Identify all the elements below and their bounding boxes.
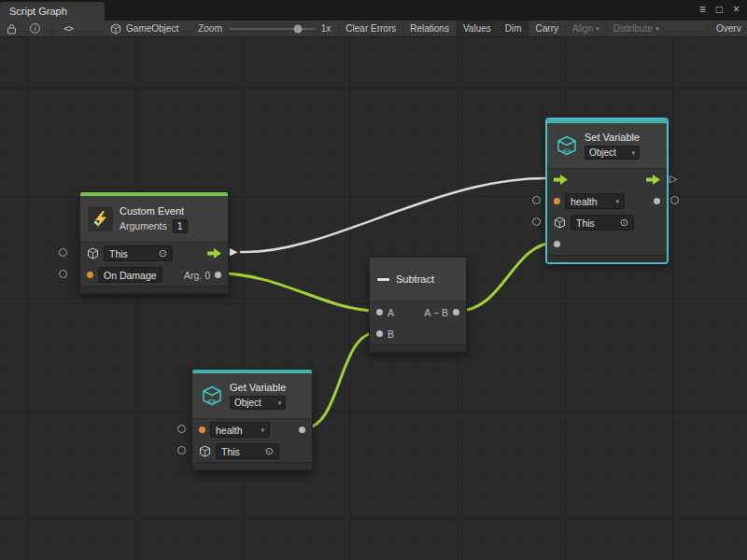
arg0-output-port[interactable] — [215, 272, 221, 278]
wire-arrow-icon: ▶ — [230, 246, 237, 257]
input-a-port[interactable] — [376, 309, 383, 315]
output-label: A − B — [425, 307, 448, 318]
unconnected-port-indicator[interactable] — [59, 270, 67, 278]
variable-name-dropdown[interactable]: health ▾ — [210, 422, 270, 438]
object-picker-icon[interactable]: ⊙ — [159, 248, 167, 259]
variable-name-port[interactable] — [554, 198, 560, 204]
close-icon[interactable]: × — [733, 4, 740, 15]
flow-output-port[interactable] — [646, 175, 660, 185]
port-row: health ▾ — [547, 190, 667, 212]
event-name-field[interactable]: On Damage — [98, 267, 162, 283]
node-body: This ⊙ On Damage Arg. 0 — [80, 242, 228, 286]
port-row: A A − B — [370, 301, 466, 323]
chevron-down-icon: ▾ — [261, 427, 264, 434]
unconnected-port-indicator[interactable] — [177, 446, 186, 455]
value-output-port[interactable] — [654, 198, 660, 204]
node-header: <> Set Variable Object ▾ — [547, 123, 667, 168]
gameobject-type-icon — [554, 217, 566, 229]
variable-name-dropdown[interactable]: health ▾ — [565, 193, 625, 209]
object-picker-icon[interactable]: ⊙ — [265, 446, 274, 456]
gameobject-label: GameObject — [126, 23, 178, 34]
flow-continuation-icon[interactable]: ▷ — [669, 174, 677, 184]
target-dropdown[interactable]: This ⊙ — [104, 245, 173, 261]
wire-subtract-to-value[interactable] — [458, 243, 555, 311]
wire-arg0-to-a[interactable] — [219, 273, 376, 311]
distribute-menu[interactable]: Distribute ▾ — [606, 21, 666, 36]
code-icon[interactable]: <> — [57, 21, 79, 36]
zoom-label: Zoom — [185, 21, 230, 36]
clear-errors-button[interactable]: Clear Errors — [338, 21, 402, 36]
target-dropdown[interactable]: This ⊙ — [571, 215, 634, 231]
output-port[interactable] — [453, 309, 459, 315]
node-footer — [370, 344, 466, 352]
arguments-input[interactable]: 1 — [173, 219, 188, 233]
port-row — [547, 169, 667, 190]
port-row: On Damage Arg. 0 — [80, 264, 228, 286]
port-row: This ⊙ — [80, 243, 228, 264]
unity-editor-window: Script Graph ≡ □ × i <> GameObject Zoom — [0, 0, 747, 560]
node-title: Subtract — [396, 273, 434, 285]
unconnected-port-indicator[interactable] — [670, 196, 679, 204]
unconnected-port-indicator[interactable] — [532, 217, 541, 226]
wire-control-flow[interactable] — [241, 178, 544, 252]
values-toggle[interactable]: Values — [456, 21, 498, 36]
window-menu-icon[interactable]: ≡ — [699, 4, 706, 15]
zoom-value: 1x — [316, 21, 339, 36]
flow-output-port[interactable] — [207, 248, 221, 259]
node-set-variable[interactable]: <> Set Variable Object ▾ — [546, 119, 668, 263]
zoom-slider-track — [230, 28, 316, 30]
carry-toggle[interactable]: Carry — [529, 21, 565, 36]
variable-cube-icon: <> — [555, 134, 578, 158]
chevron-down-icon: ▾ — [596, 25, 599, 33]
node-body: health ▾ This ⊙ — [547, 168, 667, 255]
dim-toggle[interactable]: Dim — [498, 21, 529, 36]
input-b-port[interactable] — [376, 330, 383, 337]
arg0-label: Arg. 0 — [184, 270, 210, 281]
port-row: health ▾ — [192, 419, 312, 441]
port-row: This ⊙ — [192, 441, 312, 462]
unconnected-port-indicator[interactable] — [59, 248, 67, 257]
new-value-input-port[interactable] — [554, 241, 560, 247]
variable-scope-dropdown[interactable]: Object ▾ — [585, 146, 640, 160]
variable-scope-dropdown[interactable]: Object ▾ — [230, 396, 286, 410]
maximize-icon[interactable]: □ — [716, 4, 723, 15]
tab-script-graph[interactable]: Script Graph — [0, 2, 105, 21]
node-header: Custom Event Arguments 1 — [80, 196, 228, 242]
node-header: <> Get Variable Object ▾ — [192, 373, 312, 418]
window-titlebar: Script Graph ≡ □ × — [0, 0, 747, 21]
zoom-slider-handle[interactable] — [294, 24, 303, 33]
variable-cube-icon: <> — [200, 385, 223, 408]
node-get-variable[interactable]: <> Get Variable Object ▾ health ▾ — [191, 369, 313, 470]
unconnected-port-indicator[interactable] — [532, 196, 541, 204]
unconnected-port-indicator[interactable] — [177, 425, 186, 433]
gameobject-breadcrumb[interactable]: GameObject — [104, 21, 185, 36]
target-dropdown[interactable]: This ⊙ — [216, 443, 279, 459]
chevron-down-icon: ▾ — [655, 25, 659, 33]
value-output-port[interactable] — [299, 427, 305, 433]
relations-toggle[interactable]: Relations — [402, 21, 456, 36]
gameobject-type-icon — [87, 247, 99, 259]
event-port[interactable] — [87, 272, 93, 278]
node-custom-event[interactable]: Custom Event Arguments 1 This ⊙ — [79, 191, 229, 294]
object-picker-icon[interactable]: ⊙ — [620, 217, 628, 228]
zoom-slider[interactable] — [230, 21, 316, 36]
toolbar-separator — [51, 22, 52, 35]
node-title: Get Variable — [230, 382, 286, 393]
lock-icon[interactable] — [0, 21, 23, 36]
wire-getvar-to-b[interactable] — [303, 332, 377, 428]
align-menu[interactable]: Align ▾ — [565, 21, 606, 36]
graph-toolbar: i <> GameObject Zoom 1x Clear Errors Rel… — [0, 21, 747, 37]
node-footer — [192, 462, 312, 469]
svg-text:<>: <> — [562, 147, 571, 155]
flow-input-port[interactable] — [554, 175, 568, 185]
info-icon[interactable]: i — [23, 21, 47, 36]
overview-button[interactable]: Overv — [708, 21, 747, 36]
gameobject-cube-icon — [110, 23, 121, 35]
svg-text:<>: <> — [207, 397, 217, 405]
graph-canvas[interactable]: Custom Event Arguments 1 This ⊙ — [0, 37, 747, 560]
node-footer — [547, 255, 667, 262]
node-header: Subtract — [370, 258, 466, 301]
port-row: B — [370, 323, 466, 344]
node-subtract[interactable]: Subtract A A − B B — [369, 257, 467, 353]
variable-name-port[interactable] — [199, 427, 205, 433]
